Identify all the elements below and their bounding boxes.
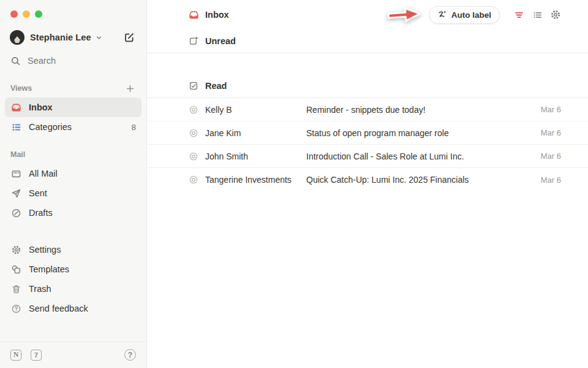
- email-date: Mar 6: [541, 175, 561, 185]
- unread-section-header[interactable]: Unread: [147, 29, 588, 53]
- email-subject: Status of open program manager role: [306, 128, 533, 138]
- add-view-button[interactable]: [124, 82, 136, 94]
- email-subject: Reminder - snippets due today!: [306, 105, 533, 115]
- drafts-icon: [10, 208, 21, 218]
- email-row[interactable]: Jane Kim Status of open program manager …: [147, 121, 588, 145]
- read-checkbox-icon: [189, 81, 198, 91]
- plus-icon: [126, 84, 135, 93]
- search-icon: [10, 56, 21, 66]
- sidebar-item-send-feedback[interactable]: Send feedback: [5, 299, 141, 318]
- read-section-header[interactable]: Read: [147, 74, 588, 98]
- list-view-icon: [532, 10, 543, 20]
- trash-icon: [10, 284, 21, 294]
- sidebar-item-categories[interactable]: Categories 8: [5, 117, 141, 137]
- sidebar: Stephanie Lee Search Views: [0, 0, 147, 368]
- sidebar-item-templates[interactable]: Templates: [5, 259, 141, 279]
- annotation-arrow: [385, 3, 424, 26]
- search-label: Search: [28, 56, 56, 66]
- sidebar-item-all-mail[interactable]: All Mail: [5, 164, 141, 183]
- filter-button[interactable]: [513, 9, 524, 20]
- email-row[interactable]: Kelly B Reminder - snippets due today! M…: [147, 98, 588, 121]
- chevron-down-icon: [95, 34, 103, 42]
- email-row[interactable]: Tangerine Investments Quick Catch-Up: Lu…: [147, 168, 588, 191]
- sidebar-item-drafts[interactable]: Drafts: [5, 203, 141, 223]
- compose-icon: [124, 32, 135, 43]
- zoom-window-button[interactable]: [35, 10, 42, 18]
- inbox-icon: [10, 102, 21, 113]
- email-subject: Introduction Call - Sales Role at Lumi I…: [306, 151, 533, 161]
- email-row[interactable]: John Smith Introduction Call - Sales Rol…: [147, 145, 588, 168]
- notion-logo-icon[interactable]: N: [10, 350, 21, 361]
- sidebar-item-label: Inbox: [29, 102, 53, 112]
- sidebar-item-label: Categories: [29, 122, 72, 132]
- auto-label-icon: [437, 10, 447, 20]
- filter-icon: [514, 10, 524, 20]
- page-title: Inbox: [205, 10, 229, 20]
- compose-button[interactable]: [122, 30, 137, 45]
- email-sender: Kelly B: [205, 105, 306, 115]
- avatar: [10, 30, 24, 45]
- views-section-header: Views: [0, 81, 146, 96]
- email-date: Mar 6: [541, 105, 561, 114]
- sent-icon: [10, 188, 21, 199]
- email-subject: Quick Catch-Up: Lumi Inc. 2025 Financial…: [306, 175, 533, 185]
- all-mail-icon: [10, 169, 21, 179]
- inbox-header: Inbox Auto label: [147, 0, 588, 29]
- settings-icon: [10, 245, 21, 255]
- sidebar-item-label: Sent: [29, 188, 47, 198]
- read-status-icon[interactable]: [189, 175, 198, 185]
- sidebar-item-label: Settings: [29, 245, 61, 255]
- sidebar-item-inbox[interactable]: Inbox: [5, 98, 141, 117]
- email-date: Mar 6: [541, 151, 561, 161]
- account-name: Stephanie Lee: [30, 33, 91, 42]
- templates-icon: [10, 264, 21, 275]
- list-view-button[interactable]: [532, 9, 543, 20]
- search-button[interactable]: Search: [0, 51, 146, 71]
- email-sender: John Smith: [205, 151, 306, 161]
- sidebar-item-settings[interactable]: Settings: [5, 240, 141, 259]
- sidebar-item-label: All Mail: [29, 169, 58, 178]
- auto-label-label: Auto label: [451, 10, 491, 20]
- categories-count-badge: 8: [131, 123, 136, 132]
- gear-icon: [550, 9, 561, 20]
- sidebar-footer-bar: N 7 ?: [0, 341, 146, 368]
- sidebar-item-sent[interactable]: Sent: [5, 183, 141, 203]
- help-icon[interactable]: ?: [124, 349, 136, 361]
- auto-label-button[interactable]: Auto label: [429, 6, 500, 24]
- sidebar-item-label: Templates: [29, 264, 69, 274]
- unread-icon: [189, 36, 198, 46]
- minimize-window-button[interactable]: [23, 10, 30, 18]
- inbox-icon: [189, 10, 199, 20]
- read-section-label: Read: [205, 81, 227, 91]
- close-window-button[interactable]: [10, 10, 18, 18]
- view-settings-button[interactable]: [550, 9, 561, 20]
- email-sender: Tangerine Investments: [205, 175, 306, 185]
- read-status-icon[interactable]: [189, 105, 198, 115]
- email-sender: Jane Kim: [205, 128, 306, 138]
- sidebar-item-label: Drafts: [29, 208, 53, 218]
- sidebar-item-trash[interactable]: Trash: [5, 279, 141, 299]
- unread-section-label: Unread: [205, 36, 236, 46]
- categories-icon: [10, 122, 21, 132]
- read-status-icon[interactable]: [189, 151, 198, 161]
- window-controls: [0, 0, 146, 18]
- calendar-icon[interactable]: 7: [31, 350, 42, 361]
- sidebar-item-label: Send feedback: [29, 304, 88, 313]
- email-date: Mar 6: [541, 128, 561, 137]
- account-switcher[interactable]: Stephanie Lee: [0, 28, 146, 47]
- feedback-icon: [10, 304, 21, 314]
- mail-list-pane: Inbox Auto label: [147, 0, 588, 368]
- read-status-icon[interactable]: [189, 128, 198, 138]
- mail-section-header: Mail: [0, 147, 146, 162]
- sidebar-item-label: Trash: [29, 284, 51, 294]
